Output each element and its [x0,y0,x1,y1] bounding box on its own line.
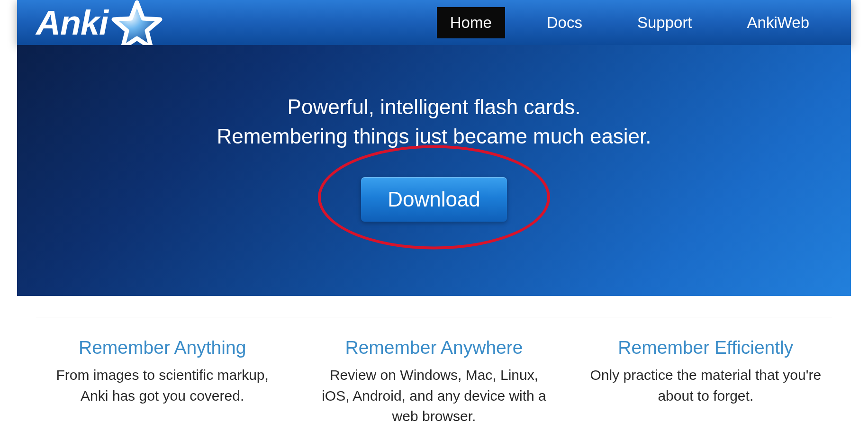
feature-remember-anything: Remember Anything From images to scienti… [36,337,289,427]
top-navbar: Anki Home Docs Support AnkiWeb [17,0,851,45]
feature-desc: Review on Windows, Mac, Linux, iOS, Andr… [316,365,552,427]
star-icon [111,0,163,52]
nav-support[interactable]: Support [624,7,705,38]
feature-remember-efficiently: Remember Efficiently Only practice the m… [579,337,832,427]
download-button[interactable]: Download [361,177,507,222]
section-divider [36,317,832,317]
hero-tagline: Powerful, intelligent flash cards. Remem… [217,92,651,151]
feature-title: Remember Efficiently [588,337,823,358]
feature-remember-anywhere: Remember Anywhere Review on Windows, Mac… [307,337,560,427]
hero-tagline-line1: Powerful, intelligent flash cards. [217,92,651,122]
download-wrap: Download [361,177,507,222]
logo[interactable]: Anki [36,0,163,49]
feature-title: Remember Anywhere [316,337,552,358]
feature-desc: Only practice the material that you're a… [588,365,823,406]
nav-ankiweb[interactable]: AnkiWeb [734,7,823,38]
feature-desc: From images to scientific markup, Anki h… [45,365,280,406]
nav-home[interactable]: Home [437,7,505,38]
hero-tagline-line2: Remembering things just became much easi… [217,122,651,151]
nav-docs[interactable]: Docs [533,7,596,38]
nav-links: Home Docs Support AnkiWeb [437,7,841,38]
features-row: Remember Anything From images to scienti… [36,337,832,427]
logo-text: Anki [36,3,108,42]
hero-section: Powerful, intelligent flash cards. Remem… [17,45,851,296]
feature-title: Remember Anything [45,337,280,358]
